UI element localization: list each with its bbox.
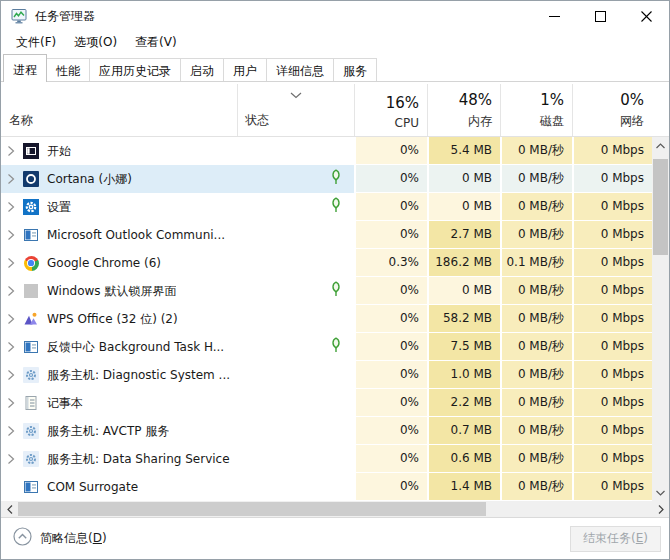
- suspended-leaf-icon: [330, 169, 342, 189]
- service-gear-icon: [23, 423, 39, 439]
- process-status-cell: [237, 193, 354, 221]
- lockscreen-gray-icon: [23, 283, 39, 299]
- column-header-name[interactable]: 名称: [1, 84, 237, 136]
- process-row[interactable]: WPS Office (32 位) (2)0%58.2 MB0 MB/秒0 Mb…: [1, 305, 651, 333]
- memory-column-label: 内存: [468, 113, 492, 130]
- process-name: 反馈中心 Background Task H...: [47, 339, 224, 356]
- vertical-scrollbar[interactable]: [652, 137, 669, 501]
- expand-chevron-icon[interactable]: [1, 201, 21, 213]
- process-name-cell: WPS Office (32 位) (2): [1, 305, 237, 333]
- tab-services[interactable]: 服务: [333, 58, 377, 81]
- column-header-disk[interactable]: 1% 磁盘: [500, 84, 572, 136]
- vertical-scroll-thumb[interactable]: [653, 159, 668, 255]
- column-header-network[interactable]: 0% 网络: [572, 84, 652, 136]
- process-row[interactable]: 反馈中心 Background Task H...0%7.5 MB0 MB/秒0…: [1, 333, 651, 361]
- menu-options[interactable]: 选项(O): [65, 31, 126, 54]
- close-button[interactable]: [623, 1, 669, 31]
- expand-chevron-icon[interactable]: [1, 397, 21, 409]
- process-name-cell: 服务主机: AVCTP 服务: [1, 417, 237, 445]
- suspended-leaf-icon: [330, 281, 342, 301]
- process-row[interactable]: 记事本0%2.2 MB0 MB/秒0 Mbps: [1, 389, 651, 417]
- tab-strip: 进程性能应用历史记录启动用户详细信息服务: [1, 54, 669, 82]
- fewer-details-toggle[interactable]: 简略信息(D): [13, 527, 107, 550]
- process-name-cell: 设置: [1, 193, 237, 221]
- network-cell: 0 Mbps: [572, 473, 652, 501]
- scroll-down-button[interactable]: [652, 484, 669, 501]
- expand-chevron-icon[interactable]: [1, 285, 21, 297]
- process-row[interactable]: 设置0%0 MB0 MB/秒0 Mbps: [1, 193, 651, 221]
- process-row[interactable]: Cortana (小娜)0%0 MB0 MB/秒0 Mbps: [1, 165, 651, 193]
- process-name: WPS Office (32 位) (2): [47, 311, 178, 328]
- process-row[interactable]: 开始0%5.4 MB0 MB/秒0 Mbps: [1, 137, 651, 165]
- process-row[interactable]: Microsoft Outlook Communi...0%2.7 MB0 MB…: [1, 221, 651, 249]
- process-list: 开始0%5.4 MB0 MB/秒0 MbpsCortana (小娜)0%0 MB…: [1, 137, 652, 501]
- cpu-column-label: CPU: [395, 116, 419, 130]
- expand-chevron-icon[interactable]: [1, 425, 21, 437]
- scroll-up-button[interactable]: [652, 137, 669, 154]
- disk-column-label: 磁盘: [540, 113, 564, 130]
- title-bar[interactable]: 任务管理器: [1, 1, 669, 31]
- process-name: 开始: [47, 143, 71, 160]
- network-cell: 0 Mbps: [572, 193, 652, 221]
- tab-users[interactable]: 用户: [223, 58, 267, 81]
- task-manager-app-icon: [11, 8, 27, 24]
- process-name-cell: COM Surrogate: [1, 473, 237, 501]
- tab-startup[interactable]: 启动: [180, 58, 224, 81]
- disk-cell: 0 MB/秒: [500, 305, 572, 333]
- scroll-right-button[interactable]: [652, 501, 669, 517]
- cpu-cell: 0%: [354, 473, 427, 501]
- fewer-details-label: 简略信息(D): [40, 530, 107, 547]
- column-headers: 名称 状态 16% CPU 48% 内存 1% 磁盘 0% 网络: [1, 84, 669, 137]
- horizontal-scrollbar[interactable]: [1, 501, 669, 517]
- disk-cell: 0 MB/秒: [500, 137, 572, 165]
- network-cell: 0 Mbps: [572, 277, 652, 305]
- suspended-leaf-icon: [330, 197, 342, 217]
- scroll-left-button[interactable]: [1, 501, 18, 517]
- process-status-cell: [237, 249, 354, 277]
- tab-performance[interactable]: 性能: [46, 58, 90, 81]
- process-row[interactable]: Windows 默认锁屏界面0%0 MB0 MB/秒0 Mbps: [1, 277, 651, 305]
- minimize-button[interactable]: [531, 1, 577, 31]
- process-row[interactable]: Google Chrome (6)0.3%186.2 MB0.1 MB/秒0 M…: [1, 249, 651, 277]
- expand-chevron-icon[interactable]: [1, 145, 21, 157]
- cpu-cell: 0%: [354, 361, 427, 389]
- process-status-cell: [237, 417, 354, 445]
- cpu-cell: 0%: [354, 221, 427, 249]
- sort-chevron-down-icon: [290, 88, 302, 102]
- process-name-cell: Microsoft Outlook Communi...: [1, 221, 237, 249]
- expand-chevron-icon[interactable]: [1, 453, 21, 465]
- memory-cell: 0.6 MB: [427, 445, 500, 473]
- tab-app-history[interactable]: 应用历史记录: [89, 58, 181, 81]
- network-column-label: 网络: [620, 113, 644, 130]
- chrome-icon: [23, 255, 39, 271]
- tab-processes[interactable]: 进程: [3, 54, 47, 82]
- expand-chevron-icon[interactable]: [1, 229, 21, 241]
- menu-file[interactable]: 文件(F): [7, 31, 65, 54]
- menu-bar: 文件(F)选项(O)查看(V): [1, 31, 669, 54]
- expand-chevron-icon[interactable]: [1, 369, 21, 381]
- process-status-cell: [237, 165, 354, 193]
- process-row[interactable]: 服务主机: Diagnostic System ...0%1.0 MB0 MB/…: [1, 361, 651, 389]
- column-header-cpu[interactable]: 16% CPU: [354, 84, 427, 136]
- end-task-button[interactable]: 结束任务(E): [570, 526, 661, 552]
- maximize-button[interactable]: [577, 1, 623, 31]
- disk-cell: 0 MB/秒: [500, 165, 572, 193]
- process-row[interactable]: 服务主机: Data Sharing Service0%0.6 MB0 MB/秒…: [1, 445, 651, 473]
- expand-chevron-icon[interactable]: [1, 257, 21, 269]
- memory-cell: 186.2 MB: [427, 249, 500, 277]
- network-total-percent: 0%: [620, 91, 644, 109]
- horizontal-scroll-thumb[interactable]: [18, 502, 486, 516]
- menu-view[interactable]: 查看(V): [126, 31, 186, 54]
- process-row[interactable]: 服务主机: AVCTP 服务0%0.7 MB0 MB/秒0 Mbps: [1, 417, 651, 445]
- expand-chevron-icon[interactable]: [1, 313, 21, 325]
- process-name: Microsoft Outlook Communi...: [47, 228, 225, 242]
- cpu-cell: 0%: [354, 389, 427, 417]
- process-row[interactable]: COM Surrogate0%1.4 MB0 MB/秒0 Mbps: [1, 473, 651, 501]
- expand-chevron-icon[interactable]: [1, 341, 21, 353]
- column-header-memory[interactable]: 48% 内存: [427, 84, 500, 136]
- tab-details[interactable]: 详细信息: [266, 58, 334, 81]
- column-header-status[interactable]: 状态: [237, 84, 354, 136]
- expand-chevron-icon[interactable]: [1, 173, 21, 185]
- network-cell: 0 Mbps: [572, 445, 652, 473]
- task-manager-window: 任务管理器 文件(F)选项(O)查看(V) 进程性能应用历史记录启动用户详细信息…: [0, 0, 670, 560]
